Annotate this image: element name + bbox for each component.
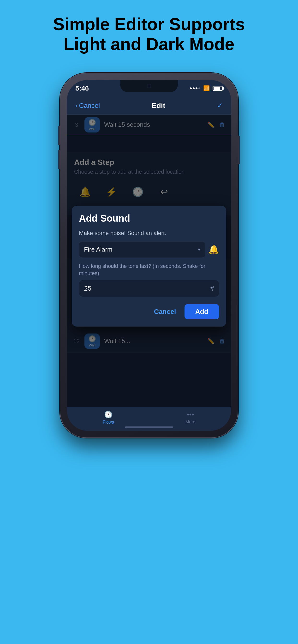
duration-value: 25 (84, 284, 210, 292)
navigation-bar: ‹ Cancel Edit ✓ (67, 97, 231, 115)
volume-up-button[interactable] (58, 126, 60, 145)
content-area: 3 🕐 Wait Wait 15 seconds ✏️ 🗑 Add a Step… (67, 115, 231, 407)
modal-title: Add Sound (79, 213, 219, 224)
modal-description: Make some noise! Sound an alert. (79, 230, 219, 236)
sound-dropdown-row: Fire Alarm ▾ 🔔 (79, 241, 219, 258)
status-icons: 📶 (190, 85, 223, 92)
phone-screen: 5:46 📶 ‹ Ca (67, 80, 231, 431)
notch (120, 80, 178, 92)
volume-down-button[interactable] (58, 150, 60, 169)
more-tab-label: More (186, 420, 195, 424)
phone-device: 5:46 📶 ‹ Ca (60, 73, 238, 438)
tab-flows[interactable]: 🕐 Flows (103, 411, 114, 425)
camera (147, 84, 151, 88)
done-icon[interactable]: ✓ (217, 102, 223, 110)
flows-tab-icon: 🕐 (104, 411, 112, 418)
dropdown-value: Fire Alarm (84, 246, 112, 253)
nav-title: Edit (152, 102, 165, 110)
signal-icon (190, 88, 200, 89)
chevron-down-icon: ▾ (198, 246, 200, 252)
battery-icon (213, 86, 223, 91)
modal-cancel-button[interactable]: Cancel (151, 306, 180, 318)
flows-tab-label: Flows (103, 420, 114, 425)
cancel-button[interactable]: ‹ Cancel (75, 102, 100, 110)
sound-dropdown[interactable]: Fire Alarm ▾ (79, 241, 205, 258)
home-indicator (125, 426, 173, 428)
cancel-label: Cancel (79, 102, 100, 110)
page-title: Simple Editor Supports Light and Dark Mo… (41, 14, 257, 54)
modal-add-button[interactable]: Add (185, 304, 219, 319)
more-tab-icon: ••• (187, 411, 194, 418)
wifi-icon: 📶 (203, 85, 210, 92)
duration-label: How long should the tone last? (In secon… (79, 262, 219, 278)
power-button[interactable] (238, 136, 240, 164)
bell-preview-icon: 🔔 (208, 244, 219, 254)
tab-more[interactable]: ••• More (186, 411, 195, 424)
chevron-left-icon: ‹ (75, 102, 77, 110)
duration-input-row[interactable]: 25 # (79, 280, 219, 297)
number-pad-icon: # (210, 284, 214, 292)
status-time: 5:46 (75, 84, 89, 92)
modal-actions: Cancel Add (79, 304, 219, 319)
add-sound-modal: Add Sound Make some noise! Sound an aler… (72, 206, 226, 327)
phone-shell: 5:46 📶 ‹ Ca (60, 73, 238, 438)
